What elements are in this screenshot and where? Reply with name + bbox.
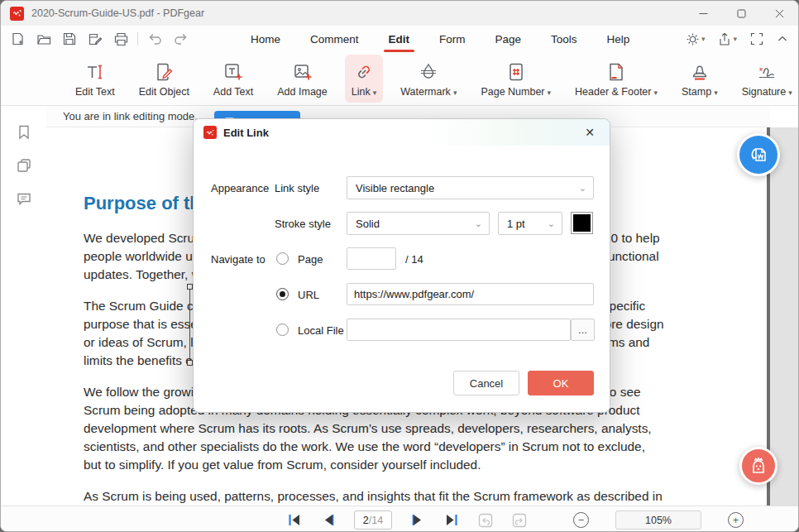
- stroke-style-select[interactable]: Solid ⌄: [347, 212, 490, 235]
- signature-button[interactable]: Signature▾: [735, 55, 799, 103]
- local-file-option-label: Local File: [298, 324, 344, 337]
- theme-toggle[interactable]: ▾: [686, 32, 706, 46]
- save-icon[interactable]: [60, 30, 79, 48]
- page-navigation: 2/14: [286, 506, 528, 532]
- ribbon-label: Signature▾: [742, 86, 792, 98]
- convert-word-icon: [747, 143, 770, 166]
- link-mode-notice-text: You are in link editing mode.: [63, 110, 198, 122]
- maximize-button[interactable]: [722, 1, 760, 26]
- page-option-label: Page: [298, 253, 323, 266]
- link-selection-handle[interactable]: [187, 284, 193, 290]
- header-footer-button[interactable]: Header & Footer▾: [568, 55, 664, 103]
- signature-icon: [756, 60, 777, 84]
- window-controls: [684, 1, 798, 26]
- minimize-button[interactable]: [684, 1, 722, 26]
- ai-assistant-button[interactable]: [739, 447, 777, 485]
- doc-line: but to simplify. If you get value from S…: [84, 456, 754, 474]
- share-button[interactable]: ▾: [718, 32, 737, 46]
- first-page-button[interactable]: [286, 511, 303, 530]
- dialog-title-bar: Edit Link ✕: [194, 119, 610, 146]
- stroke-width-select[interactable]: 1 pt ⌄: [498, 212, 562, 235]
- add-image-button[interactable]: Add Image: [270, 55, 333, 103]
- edit-object-icon: [153, 60, 175, 84]
- appearance-label: Appearance: [211, 182, 269, 194]
- tab-form[interactable]: Form: [438, 28, 467, 50]
- dialog-close-icon[interactable]: ✕: [581, 124, 598, 141]
- new-file-icon[interactable]: [9, 30, 27, 48]
- last-page-button[interactable]: [443, 511, 460, 530]
- link-icon: [353, 60, 375, 84]
- previous-view-button[interactable]: [477, 511, 494, 530]
- local-file-radio[interactable]: [276, 324, 289, 336]
- add-text-button[interactable]: Add Text: [207, 55, 260, 103]
- link-selection-edge: [189, 286, 190, 363]
- local-file-input[interactable]: [347, 319, 571, 341]
- dropdown-caret-icon: ▾: [453, 89, 457, 97]
- convert-to-word-button[interactable]: [737, 133, 780, 176]
- menu-bar: Home Comment Edit Form Page Tools Help ▾…: [1, 26, 798, 52]
- page-number-input[interactable]: [347, 247, 396, 270]
- ribbon-label: Edit Object: [139, 86, 189, 98]
- page-total-label: / 14: [405, 253, 423, 266]
- edit-object-button[interactable]: Edit Object: [132, 55, 196, 103]
- zoom-in-button[interactable]: +: [728, 512, 744, 528]
- menu-tabs: Home Comment Edit Form Page Tools Help: [249, 26, 631, 52]
- close-button[interactable]: [760, 1, 798, 26]
- theme-caret-icon: ▾: [701, 35, 706, 43]
- stroke-color-swatch[interactable]: [571, 212, 593, 234]
- print-icon[interactable]: [112, 30, 130, 48]
- share-caret-icon: ▾: [733, 35, 737, 43]
- link-button[interactable]: Link▾: [345, 55, 383, 103]
- fullscreen-button[interactable]: [750, 32, 763, 46]
- page-radio[interactable]: [276, 252, 289, 265]
- ok-button[interactable]: OK: [528, 371, 594, 395]
- zoom-controls: − 105% +: [573, 506, 744, 532]
- collapse-ribbon-button[interactable]: [777, 33, 788, 45]
- tab-edit[interactable]: Edit: [387, 28, 412, 50]
- link-style-label: Link style: [275, 182, 319, 194]
- total-pages: /14: [369, 515, 383, 526]
- page-number-icon: [505, 60, 527, 84]
- stroke-style-label: Stroke style: [275, 218, 331, 230]
- tab-home[interactable]: Home: [249, 28, 282, 50]
- doc-line: development where Scrum has its roots. A…: [84, 419, 754, 438]
- status-bar: 2/14 − 105% +: [1, 506, 798, 532]
- dropdown-caret-icon: ▾: [373, 89, 377, 97]
- left-sidebar: [1, 106, 46, 506]
- zoom-level-indicator[interactable]: 105%: [615, 510, 701, 530]
- doc-line: scientists, and other specialists do the…: [84, 438, 754, 456]
- pdfgear-logo-icon: [10, 7, 24, 21]
- comments-panel-icon[interactable]: [1, 182, 46, 215]
- next-page-button[interactable]: [409, 511, 426, 530]
- page-indicator[interactable]: 2/14: [354, 510, 392, 530]
- ribbon-label: Watermark▾: [400, 86, 457, 98]
- link-selection-handle[interactable]: [187, 360, 193, 366]
- bookmarks-panel-icon[interactable]: [1, 116, 46, 149]
- edit-text-button[interactable]: Edit Text: [69, 55, 122, 103]
- open-file-icon[interactable]: [35, 30, 53, 48]
- zoom-out-button[interactable]: −: [573, 512, 589, 528]
- save-as-icon[interactable]: [86, 30, 104, 48]
- undo-icon[interactable]: [146, 30, 164, 48]
- page-number-button[interactable]: Page Number▾: [474, 55, 557, 103]
- stamp-button[interactable]: Stamp▾: [675, 55, 725, 103]
- dropdown-caret-icon: ▾: [714, 89, 718, 97]
- tab-page[interactable]: Page: [494, 28, 524, 50]
- url-radio[interactable]: [276, 288, 289, 300]
- previous-page-button[interactable]: [320, 511, 337, 530]
- browse-button[interactable]: ...: [571, 319, 595, 341]
- tab-tools[interactable]: Tools: [549, 28, 579, 50]
- link-style-select[interactable]: Visible rectangle ⌄: [347, 176, 594, 199]
- stamp-icon: [689, 60, 710, 84]
- watermark-button[interactable]: Watermark▾: [394, 55, 463, 103]
- tab-comment[interactable]: Comment: [309, 28, 361, 50]
- redo-icon[interactable]: [171, 30, 189, 48]
- quick-access-toolbar: [9, 26, 189, 52]
- cancel-button[interactable]: Cancel: [453, 371, 519, 395]
- url-input[interactable]: [347, 283, 594, 305]
- add-image-icon: [292, 60, 313, 84]
- next-view-button[interactable]: [511, 511, 528, 530]
- doc-line: As Scrum is being used, patterns, proces…: [84, 487, 754, 506]
- pages-panel-icon[interactable]: [1, 149, 46, 182]
- tab-help[interactable]: Help: [605, 28, 632, 50]
